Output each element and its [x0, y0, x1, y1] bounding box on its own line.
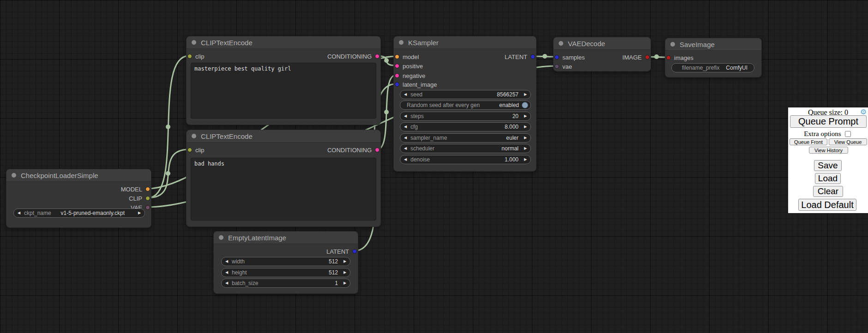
vae-input-dot[interactable]	[555, 64, 559, 69]
extra-options-checkbox[interactable]	[845, 131, 851, 137]
output-slot-conditioning[interactable]: CONDITIONING	[327, 146, 380, 154]
empty-latent-image-node[interactable]: EmptyLatentImage LATENT ◀ width 512 ▶ ◀ …	[213, 231, 358, 294]
save-image-node[interactable]: SaveImage images filename_prefix ComfyUI	[665, 38, 762, 77]
positive-prompt-textarea[interactable]	[191, 63, 376, 119]
input-slot-vae[interactable]: vae	[555, 63, 572, 70]
arrow-right-icon[interactable]: ▶	[520, 144, 530, 153]
input-slot-model[interactable]: model	[395, 53, 419, 60]
node-titlebar[interactable]: VAEDecode	[554, 37, 651, 50]
images-input-dot[interactable]	[666, 55, 671, 60]
model-input-dot[interactable]	[395, 54, 399, 59]
width-widget[interactable]: ◀ width 512 ▶	[221, 257, 350, 266]
negative-input-dot[interactable]	[395, 73, 399, 78]
input-slot-negative[interactable]: negative	[395, 72, 425, 79]
vae-decode-node[interactable]: VAEDecode samples vae IMAGE	[553, 37, 651, 71]
arrow-right-icon[interactable]: ▶	[520, 112, 530, 120]
input-slot-latent-image[interactable]: latent_image	[395, 81, 437, 88]
arrow-left-icon[interactable]: ◀	[14, 209, 24, 217]
clip-input-dot[interactable]	[187, 54, 192, 59]
output-slot-image[interactable]: IMAGE	[622, 54, 650, 61]
arrow-right-icon[interactable]: ▶	[340, 257, 350, 266]
arrow-left-icon[interactable]: ◀	[222, 268, 232, 277]
latent-output-dot[interactable]	[530, 54, 535, 59]
queue-prompt-button[interactable]: Queue Prompt	[790, 115, 867, 128]
queue-front-button[interactable]: Queue Front	[790, 138, 827, 145]
arrow-left-icon[interactable]: ◀	[400, 134, 410, 142]
input-slot-clip[interactable]: clip	[187, 146, 205, 154]
node-titlebar[interactable]: CLIPTextEncode	[187, 36, 380, 49]
input-slot-positive[interactable]: positive	[395, 62, 423, 70]
filename-prefix-widget[interactable]: filename_prefix ComfyUI	[671, 63, 754, 72]
image-output-dot[interactable]	[645, 55, 650, 59]
input-slot-samples[interactable]: samples	[555, 54, 585, 61]
clip-input-dot[interactable]	[187, 148, 192, 152]
output-slot-clip[interactable]: CLIP	[129, 195, 150, 202]
collapse-dot-icon[interactable]	[559, 41, 563, 46]
arrow-left-icon[interactable]: ◀	[222, 257, 232, 266]
output-slot-conditioning[interactable]: CONDITIONING	[327, 53, 380, 60]
clip-text-encode-negative-node[interactable]: CLIPTextEncode clip CONDITIONING	[186, 130, 381, 227]
clip-output-dot[interactable]	[145, 196, 150, 201]
seed-widget[interactable]: ◀ seed 8566257 ▶	[400, 90, 531, 99]
node-graph-canvas[interactable]: CheckpointLoaderSimple MODEL CLIP VAE ◀ …	[0, 0, 868, 333]
clip-text-encode-positive-node[interactable]: CLIPTextEncode clip CONDITIONING	[186, 36, 381, 125]
negative-prompt-textarea[interactable]	[191, 158, 376, 220]
arrow-right-icon[interactable]: ▶	[520, 155, 530, 164]
latent-output-dot[interactable]	[352, 249, 357, 254]
ckpt-name-widget[interactable]: ◀ ckpt_name v1-5-pruned-emaonly.ckpt ▶	[13, 208, 145, 218]
node-titlebar[interactable]: EmptyLatentImage	[214, 232, 358, 244]
checkpoint-loader-node[interactable]: CheckpointLoaderSimple MODEL CLIP VAE ◀ …	[6, 169, 151, 228]
collapse-dot-icon[interactable]	[12, 173, 16, 178]
samples-input-dot[interactable]	[555, 55, 559, 59]
node-titlebar[interactable]: SaveImage	[665, 38, 761, 51]
arrow-left-icon[interactable]: ◀	[222, 279, 232, 287]
cfg-widget[interactable]: ◀ cfg 8.000 ▶	[400, 122, 531, 131]
collapse-dot-icon[interactable]	[192, 40, 196, 45]
collapse-dot-icon[interactable]	[399, 40, 404, 45]
arrow-right-icon[interactable]: ▶	[340, 268, 350, 277]
arrow-right-icon[interactable]: ▶	[520, 123, 530, 131]
arrow-left-icon[interactable]: ◀	[400, 144, 410, 153]
arrow-left-icon[interactable]: ◀	[400, 155, 410, 164]
node-titlebar[interactable]: KSampler	[394, 36, 536, 49]
conditioning-output-dot[interactable]	[375, 54, 380, 59]
output-slot-model[interactable]: MODEL	[121, 185, 150, 193]
input-slot-images[interactable]: images	[666, 54, 693, 61]
collapse-dot-icon[interactable]	[670, 42, 675, 47]
clear-button[interactable]: Clear	[813, 186, 843, 197]
scheduler-widget[interactable]: ◀ scheduler normal ▶	[400, 144, 531, 153]
arrow-left-icon[interactable]: ◀	[400, 123, 410, 131]
arrow-left-icon[interactable]: ◀	[400, 90, 410, 99]
denoise-widget[interactable]: ◀ denoise 1.000 ▶	[400, 155, 531, 164]
node-titlebar[interactable]: CLIPTextEncode	[187, 130, 380, 143]
vae-output-dot[interactable]	[145, 205, 150, 210]
output-slot-latent[interactable]: LATENT	[326, 248, 357, 255]
save-button[interactable]: Save	[814, 160, 842, 171]
height-widget[interactable]: ◀ height 512 ▶	[221, 268, 350, 277]
input-slot-clip[interactable]: clip	[187, 53, 205, 60]
load-button[interactable]: Load	[815, 173, 841, 184]
collapse-dot-icon[interactable]	[219, 235, 223, 240]
load-default-button[interactable]: Load Default	[798, 199, 856, 211]
settings-gear-icon[interactable]: ⚙	[860, 108, 867, 116]
steps-widget[interactable]: ◀ steps 20 ▶	[400, 112, 531, 121]
random-seed-widget[interactable]: Random seed after every gen enabled	[400, 101, 531, 110]
ksampler-node[interactable]: KSampler model positive negative latent_…	[393, 36, 536, 172]
latent-input-dot[interactable]	[395, 82, 399, 87]
arrow-right-icon[interactable]: ▶	[134, 209, 145, 217]
view-queue-button[interactable]: View Queue	[829, 138, 867, 145]
model-output-dot[interactable]	[145, 187, 150, 191]
arrow-right-icon[interactable]: ▶	[520, 134, 530, 142]
arrow-right-icon[interactable]: ▶	[340, 279, 350, 287]
batch-size-widget[interactable]: ◀ batch_size 1 ▶	[221, 279, 350, 288]
output-slot-latent[interactable]: LATENT	[505, 53, 535, 60]
collapse-dot-icon[interactable]	[192, 134, 196, 138]
arrow-left-icon[interactable]: ◀	[400, 112, 410, 120]
positive-input-dot[interactable]	[395, 64, 399, 68]
arrow-right-icon[interactable]: ▶	[520, 90, 530, 99]
view-history-button[interactable]: View History	[809, 147, 848, 154]
node-titlebar[interactable]: CheckpointLoaderSimple	[6, 169, 151, 182]
conditioning-output-dot[interactable]	[375, 148, 380, 152]
random-seed-toggle[interactable]	[522, 102, 528, 108]
sampler-name-widget[interactable]: ◀ sampler_name euler ▶	[400, 133, 531, 143]
